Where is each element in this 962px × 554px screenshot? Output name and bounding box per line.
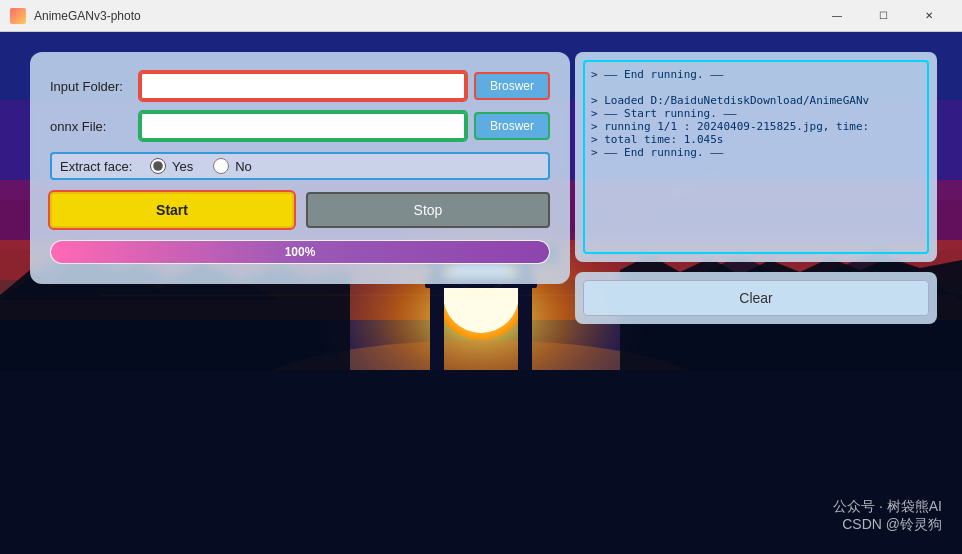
- input-folder-label: Input Folder:: [50, 79, 140, 94]
- onnx-file-label: onnx File:: [50, 119, 140, 134]
- main-dialog: Input Folder: Broswer onnx File: Broswer…: [30, 52, 570, 284]
- app-icon: [10, 8, 26, 24]
- close-button[interactable]: ✕: [906, 0, 952, 32]
- onnx-file-browse-button[interactable]: Broswer: [474, 112, 550, 140]
- maximize-button[interactable]: ☐: [860, 0, 906, 32]
- yes-radio-label: Yes: [172, 159, 193, 174]
- clear-button[interactable]: Clear: [583, 280, 929, 316]
- action-buttons-row: Start Stop: [50, 192, 550, 228]
- watermark-line2: CSDN @铃灵狗: [833, 516, 942, 534]
- input-folder-field[interactable]: [140, 72, 466, 100]
- no-radio-item[interactable]: No: [213, 158, 252, 174]
- no-radio-label: No: [235, 159, 252, 174]
- yes-radio-item[interactable]: Yes: [150, 158, 193, 174]
- clear-panel: Clear: [575, 272, 937, 324]
- progress-bar: 100%: [51, 241, 549, 263]
- input-folder-row: Input Folder: Broswer: [50, 72, 550, 100]
- log-output[interactable]: [583, 60, 929, 254]
- log-panel: [575, 52, 937, 262]
- start-button[interactable]: Start: [50, 192, 294, 228]
- progress-label: 100%: [285, 245, 316, 259]
- onnx-file-row: onnx File: Broswer: [50, 112, 550, 140]
- progress-container: 100%: [50, 240, 550, 264]
- extract-face-row: Extract face: Yes No: [50, 152, 550, 180]
- titlebar-controls: — ☐ ✕: [814, 0, 952, 32]
- radio-group: Yes No: [150, 158, 252, 174]
- input-folder-browse-button[interactable]: Broswer: [474, 72, 550, 100]
- titlebar: AnimeGANv3-photo — ☐ ✕: [0, 0, 962, 32]
- minimize-button[interactable]: —: [814, 0, 860, 32]
- no-radio-input[interactable]: [213, 158, 229, 174]
- extract-face-label: Extract face:: [60, 159, 150, 174]
- watermark-line1: 公众号 · 树袋熊AI: [833, 498, 942, 516]
- onnx-file-field[interactable]: [140, 112, 466, 140]
- yes-radio-input[interactable]: [150, 158, 166, 174]
- watermark: 公众号 · 树袋熊AI CSDN @铃灵狗: [833, 498, 942, 534]
- titlebar-title: AnimeGANv3-photo: [34, 9, 814, 23]
- stop-button[interactable]: Stop: [306, 192, 550, 228]
